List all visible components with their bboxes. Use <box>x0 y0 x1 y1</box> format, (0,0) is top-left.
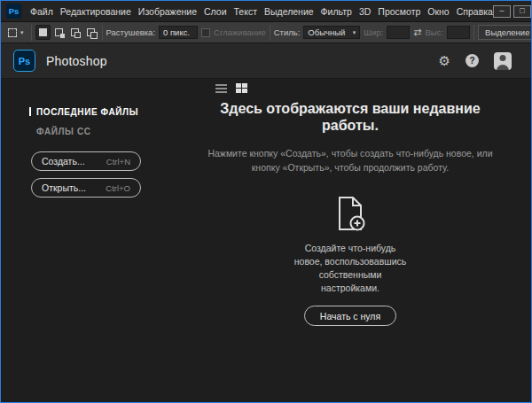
minimize-button[interactable]: – <box>493 5 511 18</box>
home-body: ПОСЛЕДНИЕ ФАЙЛЫ ФАЙЛЫ CC Создать... Ctrl… <box>1 79 531 402</box>
sidebar-item-cc-files[interactable]: ФАЙЛЫ CC <box>1 121 169 141</box>
feather-label: Растушевка: <box>106 27 156 37</box>
swap-dimensions-icon[interactable]: ⇄ <box>413 27 421 38</box>
open-file-button[interactable]: Открыть... Ctrl+O <box>31 178 141 198</box>
select-and-mask-button[interactable]: Выделение и маска... <box>478 25 531 40</box>
empty-state-text: Создайте что-нибудь новое, воспользовавш… <box>291 242 411 295</box>
home-header: Ps Photoshop ⚙ ? <box>1 43 531 79</box>
width-label: Шир: <box>364 27 383 37</box>
menu-view[interactable]: Просмотр <box>378 6 420 17</box>
style-label: Стиль: <box>274 27 301 37</box>
app-logo-icon: Ps <box>6 4 21 19</box>
help-icon[interactable]: ? <box>466 54 479 67</box>
new-document-icon <box>169 196 531 235</box>
list-view-icon[interactable] <box>215 84 227 93</box>
menu-type[interactable]: Текст <box>234 6 257 17</box>
marquee-tool-icon <box>8 28 17 37</box>
sidebar: ПОСЛЕДНИЕ ФАЙЛЫ ФАЙЛЫ CC Создать... Ctrl… <box>1 79 169 402</box>
titlebar: Ps Файл Редактирование Изображение Слои … <box>1 1 531 22</box>
intersect-selection-button[interactable] <box>83 25 98 40</box>
style-select[interactable]: Обычный ▾ <box>303 26 360 39</box>
page-subtitle: Нажмите кнопку «Создать», чтобы создать … <box>198 146 504 174</box>
page-title: Здесь отображаются ваши недавние работы. <box>198 100 504 134</box>
open-file-shortcut: Ctrl+O <box>106 183 130 193</box>
menu-help[interactable]: Справка <box>457 6 493 17</box>
avatar[interactable] <box>494 52 512 70</box>
antialias-label: Сглаживание <box>214 27 266 37</box>
new-selection-button[interactable] <box>35 25 51 40</box>
style-select-value: Обычный <box>308 27 345 37</box>
height-input[interactable] <box>447 26 470 39</box>
new-file-button[interactable]: Создать... Ctrl+N <box>31 151 141 171</box>
sidebar-buttons: Создать... Ctrl+N Открыть... Ctrl+O <box>1 151 169 198</box>
menu-file[interactable]: Файл <box>30 6 53 17</box>
photoshop-logo: Ps <box>13 50 35 72</box>
chevron-down-icon: ▾ <box>20 29 24 36</box>
selection-mode-group <box>35 25 98 40</box>
height-label: Выс: <box>426 27 444 37</box>
grid-view-icon[interactable] <box>236 83 247 93</box>
menu-select[interactable]: Выделение <box>264 6 314 17</box>
view-toggles <box>215 83 247 93</box>
separator <box>31 25 32 41</box>
separator <box>473 25 474 41</box>
sidebar-item-label: ПОСЛЕДНИЕ ФАЙЛЫ <box>36 107 138 117</box>
new-file-button-label: Создать... <box>42 156 85 167</box>
menu-edit[interactable]: Редактирование <box>60 6 131 17</box>
avatar-shoulders <box>497 65 509 70</box>
header-icons: ⚙ ? <box>439 52 519 70</box>
menu-image[interactable]: Изображение <box>138 6 197 17</box>
add-to-selection-button[interactable] <box>51 25 66 40</box>
antialias-checkbox[interactable] <box>201 28 210 37</box>
width-input[interactable] <box>387 26 410 39</box>
menu-window[interactable]: Окно <box>427 6 449 17</box>
sidebar-item-label: ФАЙЛЫ CC <box>36 127 91 136</box>
options-bar: ▾ Растушевка: 0 пикс. Сглаживание Стиль:… <box>1 22 531 43</box>
active-item-marker <box>29 107 31 116</box>
chevron-down-icon: ▾ <box>353 29 356 36</box>
separator <box>102 25 103 41</box>
photoshop-window: Ps Файл Редактирование Изображение Слои … <box>0 0 532 403</box>
app-name: Photoshop <box>46 54 107 68</box>
settings-gear-icon[interactable]: ⚙ <box>439 54 450 67</box>
menu-layers[interactable]: Слои <box>204 6 227 17</box>
new-file-shortcut: Ctrl+N <box>106 157 130 167</box>
maximize-button[interactable]: □ <box>513 5 531 18</box>
start-screen-content: Здесь отображаются ваши недавние работы.… <box>169 79 531 402</box>
menu-bar: Файл Редактирование Изображение Слои Тек… <box>30 6 493 17</box>
open-file-button-label: Открыть... <box>42 182 86 193</box>
window-controls: – □ × <box>493 5 532 18</box>
tool-preset-dropdown[interactable]: ▾ <box>4 24 27 42</box>
separator <box>270 25 270 41</box>
start-from-scratch-button[interactable]: Начать с нуля <box>304 306 396 326</box>
menu-3d[interactable]: 3D <box>359 6 371 17</box>
feather-input[interactable]: 0 пикс. <box>159 26 198 39</box>
subtract-from-selection-button[interactable] <box>67 25 82 40</box>
menu-filter[interactable]: Фильтр <box>321 6 352 17</box>
sidebar-item-recent-files[interactable]: ПОСЛЕДНИЕ ФАЙЛЫ <box>1 102 169 121</box>
avatar-head <box>500 55 506 61</box>
